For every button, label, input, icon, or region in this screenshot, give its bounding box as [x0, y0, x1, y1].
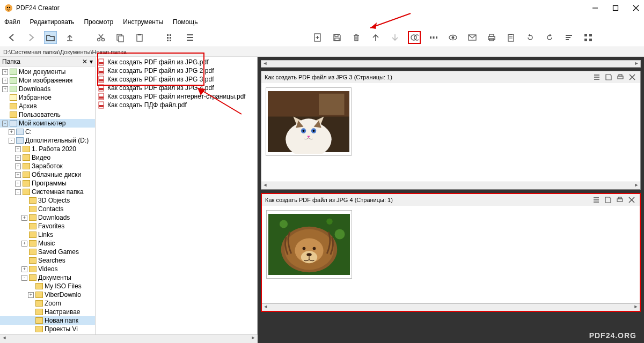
- tree-item[interactable]: Links: [0, 230, 95, 239]
- expand-icon[interactable]: +: [21, 266, 27, 272]
- sort-button[interactable]: [562, 31, 575, 44]
- detail-view-button[interactable]: [184, 31, 196, 44]
- save-button[interactable]: [331, 31, 343, 44]
- tree-item[interactable]: -Системная папка: [0, 188, 95, 196]
- save-icon[interactable]: [603, 195, 613, 205]
- expand-icon[interactable]: +: [28, 292, 34, 298]
- tree-item[interactable]: +Videos: [0, 265, 95, 273]
- file-item[interactable]: Как создать PDF файл из JPG 2.pdf: [96, 66, 257, 75]
- bottom-scrollbar[interactable]: ◄ ►: [0, 334, 258, 343]
- minimize-button[interactable]: [591, 4, 599, 12]
- tree-item[interactable]: +C:: [0, 128, 95, 136]
- tree-item[interactable]: Новая папк: [0, 316, 95, 325]
- tree-item[interactable]: My ISO Files: [0, 282, 95, 290]
- tree-item[interactable]: -Документы: [0, 273, 95, 282]
- expand-icon[interactable]: +: [2, 86, 8, 92]
- tree-item[interactable]: 3D Objects: [0, 196, 95, 205]
- scroll-track[interactable]: [269, 182, 633, 189]
- copy-button[interactable]: [114, 31, 127, 44]
- merge-button[interactable]: [408, 31, 421, 44]
- paste-button[interactable]: [133, 31, 146, 44]
- tree-item[interactable]: +Music: [0, 239, 95, 248]
- move-down-button[interactable]: [389, 31, 401, 44]
- expand-icon[interactable]: +: [15, 172, 21, 178]
- split-button[interactable]: [427, 31, 440, 44]
- menu-help[interactable]: Помощь: [173, 18, 197, 26]
- collapse-icon[interactable]: -: [9, 138, 14, 144]
- expand-icon[interactable]: +: [21, 241, 27, 247]
- back-button[interactable]: [5, 31, 18, 44]
- document-panel[interactable]: Как создать PDF файл из JPG 4 (Страницы:…: [261, 193, 641, 312]
- document-scrollbar[interactable]: ◄►: [261, 182, 640, 189]
- expand-icon[interactable]: +: [2, 69, 8, 75]
- scroll-right-icon[interactable]: ►: [632, 304, 640, 311]
- tree-item[interactable]: +Downloads: [0, 213, 95, 222]
- tree-item[interactable]: -Мой компьютер: [0, 119, 95, 128]
- expand-icon[interactable]: +: [15, 155, 21, 161]
- expand-icon[interactable]: +: [2, 78, 8, 84]
- menu-view[interactable]: Просмотр: [84, 18, 113, 26]
- close-icon[interactable]: [627, 72, 637, 82]
- document-scrollbar[interactable]: ◄►: [262, 303, 640, 311]
- delete-button[interactable]: [350, 31, 363, 44]
- document-body[interactable]: [261, 83, 640, 182]
- scroll-right-icon[interactable]: ►: [633, 61, 640, 67]
- expand-icon[interactable]: +: [15, 163, 21, 169]
- scroll-right-icon[interactable]: ►: [633, 182, 640, 189]
- scroll-track[interactable]: [269, 304, 632, 311]
- menu-file[interactable]: Файл: [4, 18, 20, 26]
- rotate-right-button[interactable]: [543, 31, 556, 44]
- collapse-icon[interactable]: -: [21, 275, 27, 281]
- tree-item[interactable]: Архив: [0, 102, 95, 110]
- move-up-button[interactable]: [369, 31, 382, 44]
- scroll-left-icon[interactable]: ◄: [261, 182, 269, 189]
- expand-icon[interactable]: +: [15, 181, 21, 187]
- file-item[interactable]: Как создать PDF файл интернет-страницы.p…: [96, 92, 257, 101]
- tree-item[interactable]: Настраивае: [0, 308, 95, 316]
- menu-icon[interactable]: [591, 195, 601, 205]
- expand-icon[interactable]: +: [15, 146, 21, 152]
- rotate-left-button[interactable]: [524, 31, 537, 44]
- menu-icon[interactable]: [592, 72, 602, 82]
- file-item[interactable]: Как создать PDF файл из JPG 3.pdf: [96, 75, 257, 84]
- tree-item[interactable]: -Дополнительный (D:): [0, 136, 95, 145]
- document-panel[interactable]: Как создать PDF файл из JPG 3 (Страницы:…: [261, 71, 641, 190]
- print-button[interactable]: [485, 31, 498, 44]
- tree-item[interactable]: +Видео: [0, 153, 95, 162]
- print-icon[interactable]: [616, 72, 625, 82]
- menu-edit[interactable]: Редактировать: [30, 18, 75, 26]
- collapse-icon[interactable]: -: [2, 121, 8, 126]
- expand-icon[interactable]: +: [9, 129, 14, 135]
- scroll-track[interactable]: [9, 335, 249, 343]
- file-item[interactable]: Как создать PDF файл из JPG 4.pdf: [96, 84, 257, 92]
- preview-button[interactable]: [447, 31, 459, 44]
- tree-item[interactable]: +Заработок: [0, 162, 95, 170]
- tree-item[interactable]: +Мои документы: [0, 68, 95, 76]
- scroll-left-icon[interactable]: ◄: [0, 335, 9, 343]
- file-list[interactable]: Как создать PDF файл из JPG.pdfКак созда…: [96, 57, 258, 343]
- tree-item[interactable]: Zoom: [0, 299, 95, 308]
- list-view-button[interactable]: [164, 31, 177, 44]
- tree-item[interactable]: Проекты Vi: [0, 325, 95, 333]
- maximize-button[interactable]: [612, 4, 619, 12]
- tree-item[interactable]: Пользователь: [0, 110, 95, 119]
- forward-button[interactable]: [25, 31, 38, 44]
- tree-item[interactable]: +Облачные диски: [0, 170, 95, 179]
- menu-tools[interactable]: Инструменты: [123, 18, 163, 26]
- tree-item[interactable]: +Мои изображения: [0, 76, 95, 85]
- tree-item[interactable]: +1. Работа 2020: [0, 145, 95, 153]
- tree-item[interactable]: Избранное: [0, 93, 95, 102]
- scroll-left-icon[interactable]: ◄: [261, 61, 269, 67]
- email-button[interactable]: [466, 31, 479, 44]
- tree-item[interactable]: Saved Games: [0, 248, 95, 256]
- document-body[interactable]: [262, 206, 640, 303]
- new-doc-button[interactable]: [311, 31, 324, 44]
- scroll-left-icon[interactable]: ◄: [262, 304, 269, 311]
- up-folder-button[interactable]: [63, 31, 76, 44]
- tree-item[interactable]: +Downloads: [0, 85, 95, 93]
- file-item[interactable]: Как создать PDF файл из JPG.pdf: [96, 58, 257, 66]
- tree-item[interactable]: Favorites: [0, 222, 95, 230]
- expand-icon[interactable]: +: [21, 215, 27, 221]
- print-icon[interactable]: [615, 195, 625, 205]
- tree-item[interactable]: +ViberDownlo: [0, 290, 95, 299]
